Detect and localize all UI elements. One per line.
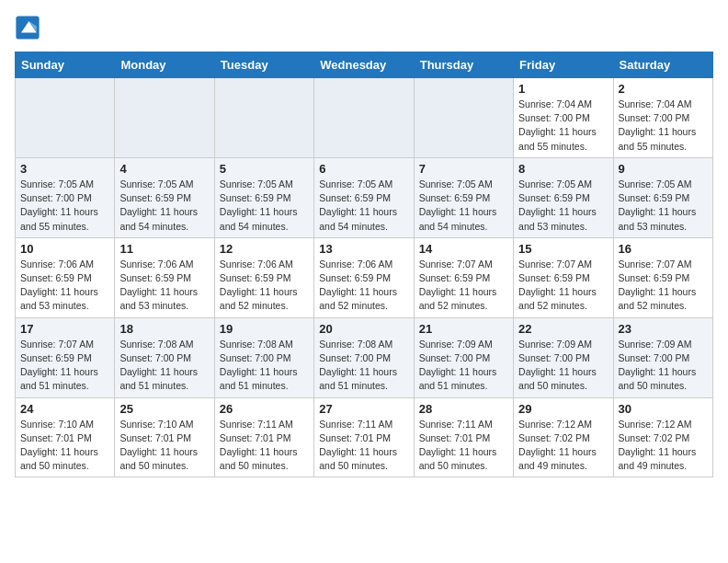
day-number: 22: [518, 322, 608, 336]
day-number: 27: [319, 402, 408, 416]
calendar-cell: 18Sunrise: 7:08 AMSunset: 7:00 PMDayligh…: [115, 317, 214, 397]
weekday-header-thursday: Thursday: [414, 52, 513, 78]
day-number: 10: [20, 242, 109, 256]
day-number: 8: [518, 162, 608, 176]
cell-info: Sunrise: 7:05 AMSunset: 6:59 PMDaylight:…: [619, 178, 708, 234]
day-number: 6: [319, 162, 408, 176]
day-number: 29: [518, 402, 608, 416]
day-number: 25: [119, 402, 209, 416]
calendar-cell: 10Sunrise: 7:06 AMSunset: 6:59 PMDayligh…: [16, 237, 115, 317]
calendar-cell: 30Sunrise: 7:12 AMSunset: 7:02 PMDayligh…: [613, 397, 712, 477]
calendar-cell: [16, 78, 115, 158]
calendar-cell: 21Sunrise: 7:09 AMSunset: 7:00 PMDayligh…: [414, 317, 513, 397]
cell-info: Sunrise: 7:05 AMSunset: 6:59 PMDaylight:…: [518, 178, 608, 234]
calendar-cell: [414, 78, 513, 158]
cell-info: Sunrise: 7:07 AMSunset: 6:59 PMDaylight:…: [619, 258, 708, 314]
calendar-cell: [115, 78, 214, 158]
cell-info: Sunrise: 7:07 AMSunset: 6:59 PMDaylight:…: [518, 258, 608, 314]
day-number: 12: [220, 242, 309, 256]
weekday-header-monday: Monday: [115, 52, 214, 78]
cell-info: Sunrise: 7:11 AMSunset: 7:01 PMDaylight:…: [220, 418, 309, 474]
cell-info: Sunrise: 7:06 AMSunset: 6:59 PMDaylight:…: [220, 258, 309, 314]
calendar-week-row: 17Sunrise: 7:07 AMSunset: 6:59 PMDayligh…: [16, 317, 713, 397]
cell-info: Sunrise: 7:07 AMSunset: 6:59 PMDaylight:…: [20, 338, 109, 394]
calendar-week-row: 10Sunrise: 7:06 AMSunset: 6:59 PMDayligh…: [16, 237, 713, 317]
calendar-cell: 23Sunrise: 7:09 AMSunset: 7:00 PMDayligh…: [613, 317, 712, 397]
calendar-week-row: 1Sunrise: 7:04 AMSunset: 7:00 PMDaylight…: [16, 78, 713, 158]
day-number: 16: [619, 242, 708, 256]
day-number: 17: [20, 322, 109, 336]
calendar-cell: 5Sunrise: 7:05 AMSunset: 6:59 PMDaylight…: [214, 157, 313, 237]
day-number: 5: [220, 162, 309, 176]
day-number: 30: [619, 402, 708, 416]
calendar-cell: 4Sunrise: 7:05 AMSunset: 6:59 PMDaylight…: [115, 157, 214, 237]
calendar-cell: 25Sunrise: 7:10 AMSunset: 7:01 PMDayligh…: [115, 397, 214, 477]
day-number: 24: [20, 402, 109, 416]
calendar-cell: 29Sunrise: 7:12 AMSunset: 7:02 PMDayligh…: [514, 397, 613, 477]
calendar-cell: 27Sunrise: 7:11 AMSunset: 7:01 PMDayligh…: [314, 397, 414, 477]
cell-info: Sunrise: 7:05 AMSunset: 7:00 PMDaylight:…: [20, 178, 109, 234]
cell-info: Sunrise: 7:08 AMSunset: 7:00 PMDaylight:…: [119, 338, 209, 394]
day-number: 21: [419, 322, 508, 336]
calendar-cell: 16Sunrise: 7:07 AMSunset: 6:59 PMDayligh…: [613, 237, 712, 317]
day-number: 19: [220, 322, 309, 336]
cell-info: Sunrise: 7:05 AMSunset: 6:59 PMDaylight:…: [419, 178, 508, 234]
calendar-cell: 22Sunrise: 7:09 AMSunset: 7:00 PMDayligh…: [514, 317, 613, 397]
weekday-header-friday: Friday: [514, 52, 613, 78]
day-number: 26: [220, 402, 309, 416]
weekday-header-wednesday: Wednesday: [314, 52, 414, 78]
day-number: 14: [419, 242, 508, 256]
calendar-cell: 15Sunrise: 7:07 AMSunset: 6:59 PMDayligh…: [514, 237, 613, 317]
calendar-cell: 6Sunrise: 7:05 AMSunset: 6:59 PMDaylight…: [314, 157, 414, 237]
cell-info: Sunrise: 7:10 AMSunset: 7:01 PMDaylight:…: [119, 418, 209, 474]
calendar-cell: 19Sunrise: 7:08 AMSunset: 7:00 PMDayligh…: [214, 317, 313, 397]
calendar-cell: 14Sunrise: 7:07 AMSunset: 6:59 PMDayligh…: [414, 237, 513, 317]
cell-info: Sunrise: 7:11 AMSunset: 7:01 PMDaylight:…: [319, 418, 408, 474]
day-number: 4: [119, 162, 209, 176]
page-header: [15, 15, 713, 40]
cell-info: Sunrise: 7:05 AMSunset: 6:59 PMDaylight:…: [119, 178, 209, 234]
cell-info: Sunrise: 7:12 AMSunset: 7:02 PMDaylight:…: [518, 418, 608, 474]
calendar-cell: 13Sunrise: 7:06 AMSunset: 6:59 PMDayligh…: [314, 237, 414, 317]
cell-info: Sunrise: 7:06 AMSunset: 6:59 PMDaylight:…: [319, 258, 408, 314]
day-number: 1: [518, 82, 608, 96]
calendar-cell: 28Sunrise: 7:11 AMSunset: 7:01 PMDayligh…: [414, 397, 513, 477]
cell-info: Sunrise: 7:06 AMSunset: 6:59 PMDaylight:…: [119, 258, 209, 314]
day-number: 13: [319, 242, 408, 256]
calendar-cell: 1Sunrise: 7:04 AMSunset: 7:00 PMDaylight…: [514, 78, 613, 158]
day-number: 15: [518, 242, 608, 256]
cell-info: Sunrise: 7:09 AMSunset: 7:00 PMDaylight:…: [419, 338, 508, 394]
calendar-cell: 11Sunrise: 7:06 AMSunset: 6:59 PMDayligh…: [115, 237, 214, 317]
weekday-header-sunday: Sunday: [16, 52, 115, 78]
weekday-header-row: SundayMondayTuesdayWednesdayThursdayFrid…: [16, 52, 713, 78]
calendar-table: SundayMondayTuesdayWednesdayThursdayFrid…: [15, 52, 713, 477]
calendar-cell: 17Sunrise: 7:07 AMSunset: 6:59 PMDayligh…: [16, 317, 115, 397]
cell-info: Sunrise: 7:05 AMSunset: 6:59 PMDaylight:…: [319, 178, 408, 234]
day-number: 3: [20, 162, 109, 176]
day-number: 7: [419, 162, 508, 176]
cell-info: Sunrise: 7:09 AMSunset: 7:00 PMDaylight:…: [619, 338, 708, 394]
day-number: 20: [319, 322, 408, 336]
calendar-cell: 7Sunrise: 7:05 AMSunset: 6:59 PMDaylight…: [414, 157, 513, 237]
cell-info: Sunrise: 7:10 AMSunset: 7:01 PMDaylight:…: [20, 418, 109, 474]
cell-info: Sunrise: 7:05 AMSunset: 6:59 PMDaylight:…: [220, 178, 309, 234]
calendar-cell: 2Sunrise: 7:04 AMSunset: 7:00 PMDaylight…: [613, 78, 712, 158]
cell-info: Sunrise: 7:04 AMSunset: 7:00 PMDaylight:…: [518, 98, 608, 154]
cell-info: Sunrise: 7:08 AMSunset: 7:00 PMDaylight:…: [220, 338, 309, 394]
cell-info: Sunrise: 7:08 AMSunset: 7:00 PMDaylight:…: [319, 338, 408, 394]
calendar-cell: 26Sunrise: 7:11 AMSunset: 7:01 PMDayligh…: [214, 397, 313, 477]
calendar-cell: 8Sunrise: 7:05 AMSunset: 6:59 PMDaylight…: [514, 157, 613, 237]
day-number: 9: [619, 162, 708, 176]
cell-info: Sunrise: 7:04 AMSunset: 7:00 PMDaylight:…: [619, 98, 708, 154]
calendar-week-row: 3Sunrise: 7:05 AMSunset: 7:00 PMDaylight…: [16, 157, 713, 237]
cell-info: Sunrise: 7:06 AMSunset: 6:59 PMDaylight:…: [20, 258, 109, 314]
cell-info: Sunrise: 7:12 AMSunset: 7:02 PMDaylight:…: [619, 418, 708, 474]
logo: [15, 15, 44, 40]
day-number: 2: [619, 82, 708, 96]
day-number: 28: [419, 402, 508, 416]
cell-info: Sunrise: 7:11 AMSunset: 7:01 PMDaylight:…: [419, 418, 508, 474]
cell-info: Sunrise: 7:07 AMSunset: 6:59 PMDaylight:…: [419, 258, 508, 314]
weekday-header-saturday: Saturday: [613, 52, 712, 78]
day-number: 23: [619, 322, 708, 336]
day-number: 18: [119, 322, 209, 336]
